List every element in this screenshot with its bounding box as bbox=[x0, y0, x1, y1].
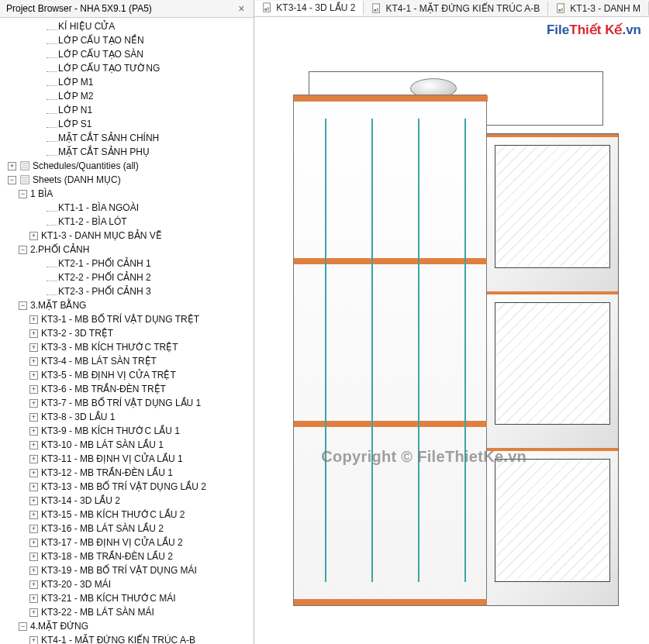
project-browser-tree[interactable]: KÍ HIỆU CỬALỚP CẤU TẠO NỀNLỚP CẤU TẠO SÀ… bbox=[0, 18, 254, 644]
expand-icon[interactable]: + bbox=[29, 315, 38, 324]
tree-item[interactable]: +KT3-12 - MB TRẦN-ĐÈN LẦU 1 bbox=[8, 466, 254, 480]
expand-icon[interactable]: + bbox=[29, 553, 38, 561]
expand-icon[interactable]: + bbox=[29, 371, 38, 380]
tree-item-label: KT3-12 - MB TRẦN-ĐÈN LẦU 1 bbox=[41, 466, 173, 480]
tree-item[interactable]: KT1-1 - BÌA NGOÀI bbox=[8, 201, 254, 215]
view-tab[interactable]: KT4-1 - MẶT ĐỨNG KIẾN TRÚC A-B bbox=[364, 2, 548, 15]
tree-item[interactable]: LỚP S1 bbox=[8, 117, 254, 131]
tree-item[interactable]: −4.MẶT ĐỨNG bbox=[8, 619, 254, 633]
tree-item[interactable]: +KT3-2 - 3D TRỆT bbox=[8, 326, 254, 340]
sheet-tab-icon bbox=[556, 3, 567, 14]
tree-item[interactable]: −3.MẶT BẰNG bbox=[8, 298, 254, 312]
tree-item[interactable]: KT2-3 - PHỐI CẢNH 3 bbox=[8, 284, 254, 298]
expand-icon[interactable]: + bbox=[29, 580, 38, 589]
tree-item-label: KT3-19 - MB BỐ TRÍ VẬT DỤNG MÁI bbox=[41, 563, 197, 577]
expand-icon[interactable]: + bbox=[29, 441, 38, 449]
tree-item[interactable]: LỚP M2 bbox=[8, 89, 254, 103]
model-viewport[interactable]: FileThiết Kế.vn bbox=[254, 17, 649, 644]
tree-item[interactable]: +KT3-21 - MB KÍCH THƯỚC MÁI bbox=[8, 591, 254, 605]
expand-icon[interactable]: + bbox=[29, 511, 38, 519]
tree-item[interactable]: +KT3-22 - MB LÁT SÀN MÁI bbox=[8, 605, 254, 619]
tree-item[interactable]: LỚP CẤU TẠO NỀN bbox=[8, 33, 254, 47]
expand-icon[interactable]: + bbox=[29, 483, 38, 491]
tree-item[interactable]: LỚP N1 bbox=[8, 103, 254, 117]
tree-item[interactable]: +KT3-16 - MB LÁT SÀN LẦU 2 bbox=[8, 522, 254, 536]
svg-rect-11 bbox=[268, 7, 269, 10]
collapse-icon[interactable]: − bbox=[8, 176, 16, 184]
tree-item-label: LỚP CẤU TẠO TƯỜNG bbox=[58, 61, 160, 75]
expand-icon[interactable]: + bbox=[29, 413, 38, 422]
tab-label: KT4-1 - MẶT ĐỨNG KIẾN TRÚC A-B bbox=[385, 3, 540, 14]
close-icon[interactable]: × bbox=[235, 2, 247, 15]
expand-icon[interactable]: + bbox=[29, 497, 38, 505]
tree-item[interactable]: −Sheets (DANH MỤC) bbox=[8, 173, 254, 187]
tree-item[interactable]: +KT3-8 - 3D LẦU 1 bbox=[8, 410, 254, 424]
tree-item[interactable]: +KT3-15 - MB KÍCH THƯỚC LẦU 2 bbox=[8, 508, 254, 522]
expand-icon[interactable]: + bbox=[8, 162, 16, 170]
tree-item[interactable]: +KT3-3 - MB KÍCH THƯỚC TRỆT bbox=[8, 340, 254, 354]
tree-item[interactable]: +KT3-19 - MB BỐ TRÍ VẬT DỤNG MÁI bbox=[8, 563, 254, 577]
tree-item[interactable]: +Schedules/Quantities (all) bbox=[8, 159, 254, 173]
tree-item[interactable]: +KT4-1 - MẶT ĐỨNG KIẾN TRÚC A-B bbox=[8, 633, 254, 644]
project-browser-panel: Project Browser - NHA 5X9.1 (PA5) × KÍ H… bbox=[0, 0, 254, 644]
expand-icon[interactable]: + bbox=[29, 427, 38, 436]
tree-item[interactable]: +KT3-20 - 3D MÁI bbox=[8, 577, 254, 591]
tree-item[interactable]: MẶT CẮT SẢNH PHỤ bbox=[8, 145, 254, 159]
tree-item-label: LỚP M1 bbox=[58, 75, 93, 89]
collapse-icon[interactable]: − bbox=[19, 246, 27, 254]
sheet-icon bbox=[19, 160, 30, 171]
expand-icon[interactable]: + bbox=[29, 357, 38, 366]
tree-item-label: KT3-3 - MB KÍCH THƯỚC TRỆT bbox=[41, 340, 178, 354]
expand-icon[interactable]: + bbox=[29, 594, 38, 603]
tree-item[interactable]: KT2-1 - PHỐI CẢNH 1 bbox=[8, 257, 254, 270]
tree-item[interactable]: +KT3-17 - MB ĐỊNH VỊ CỬA LẦU 2 bbox=[8, 536, 254, 549]
expand-icon[interactable]: + bbox=[29, 539, 38, 547]
svg-rect-18 bbox=[559, 9, 561, 11]
tree-item[interactable]: −1 BÌA bbox=[8, 187, 254, 201]
tree-item[interactable]: KÍ HIỆU CỬA bbox=[8, 19, 254, 33]
expand-icon[interactable]: + bbox=[29, 343, 38, 352]
collapse-icon[interactable]: − bbox=[19, 190, 27, 198]
expand-icon[interactable]: + bbox=[29, 232, 38, 240]
tree-item[interactable]: LỚP CẤU TẠO SÀN bbox=[8, 47, 254, 61]
expand-icon[interactable]: + bbox=[29, 455, 38, 463]
expand-icon[interactable]: + bbox=[29, 567, 38, 575]
tree-item[interactable]: +KT3-1 - MB BỐ TRÍ VẬT DỤNG TRỆT bbox=[8, 312, 254, 326]
tree-item-label: KT3-8 - 3D LẦU 1 bbox=[41, 410, 115, 424]
collapse-icon[interactable]: − bbox=[19, 301, 27, 310]
view-tabs-bar: KT3-14 - 3D LẦU 2KT4-1 - MẶT ĐỨNG KIẾN T… bbox=[254, 0, 649, 17]
tree-item-label: 3.MẶT BẰNG bbox=[30, 298, 86, 312]
tree-item[interactable]: KT2-2 - PHỐI CẢNH 2 bbox=[8, 270, 254, 284]
expand-icon[interactable]: + bbox=[29, 469, 38, 477]
tree-item[interactable]: +KT3-7 - MB BỐ TRÍ VẬT DỤNG LẦU 1 bbox=[8, 396, 254, 410]
tree-item[interactable]: +KT3-13 - MB BỐ TRÍ VẬT DỤNG LẦU 2 bbox=[8, 480, 254, 494]
tree-item[interactable]: LỚP CẤU TẠO TƯỜNG bbox=[8, 61, 254, 75]
tree-item[interactable]: MẶT CẮT SẢNH CHÍNH bbox=[8, 131, 254, 145]
tree-item[interactable]: +KT3-10 - MB LÁT SÀN LẦU 1 bbox=[8, 438, 254, 452]
tree-item[interactable]: +KT3-14 - 3D LẦU 2 bbox=[8, 494, 254, 508]
tree-item[interactable]: +KT1-3 - DANH MỤC BẢN VẼ bbox=[8, 229, 254, 243]
view-tab[interactable]: KT1-3 - DANH M bbox=[548, 2, 649, 15]
view-area: KT3-14 - 3D LẦU 2KT4-1 - MẶT ĐỨNG KIẾN T… bbox=[254, 0, 649, 644]
tree-item[interactable]: +KT3-6 - MB TRẦN-ĐÈN TRỆT bbox=[8, 382, 254, 396]
expand-icon[interactable]: + bbox=[29, 525, 38, 533]
tree-item-label: LỚP M2 bbox=[58, 89, 93, 103]
tree-item[interactable]: +KT3-9 - MB KÍCH THƯỚC LẦU 1 bbox=[8, 424, 254, 438]
tree-item[interactable]: KT1-2 - BÌA LÓT bbox=[8, 215, 254, 229]
expand-icon[interactable]: + bbox=[29, 329, 38, 338]
project-browser-title: Project Browser - NHA 5X9.1 (PA5) bbox=[6, 3, 152, 14]
expand-icon[interactable]: + bbox=[29, 636, 38, 645]
tree-item[interactable]: +KT3-18 - MB TRẦN-ĐÈN LẦU 2 bbox=[8, 549, 254, 563]
view-tab[interactable]: KT3-14 - 3D LẦU 2 bbox=[254, 1, 364, 15]
expand-icon[interactable]: + bbox=[29, 608, 38, 617]
tree-item[interactable]: LỚP M1 bbox=[8, 75, 254, 89]
tree-item-label: LỚP CẤU TẠO NỀN bbox=[58, 33, 144, 47]
tab-label: KT3-14 - 3D LẦU 2 bbox=[276, 2, 355, 13]
expand-icon[interactable]: + bbox=[29, 399, 38, 408]
tree-item[interactable]: +KT3-4 - MB LÁT SÀN TRỆT bbox=[8, 354, 254, 368]
expand-icon[interactable]: + bbox=[29, 385, 38, 394]
tree-item[interactable]: −2.PHỐI CẢNH bbox=[8, 243, 254, 257]
tree-item[interactable]: +KT3-5 - MB ĐỊNH VỊ CỬA TRỆT bbox=[8, 368, 254, 382]
tree-item[interactable]: +KT3-11 - MB ĐỊNH VỊ CỬA LẦU 1 bbox=[8, 452, 254, 466]
collapse-icon[interactable]: − bbox=[19, 622, 27, 631]
